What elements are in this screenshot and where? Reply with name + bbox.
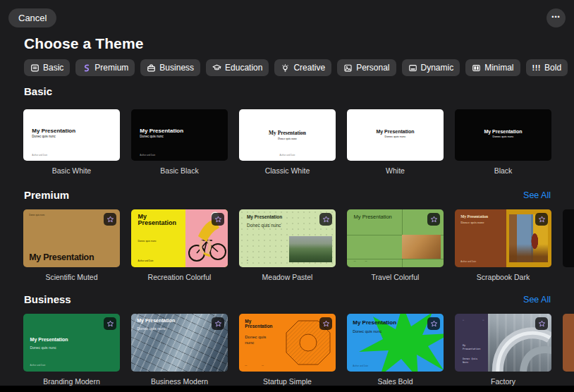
slide-byline: Author and Date [460,260,476,263]
theme-card-partial-business[interactable]: My Presentation Donec quis nunc [563,314,574,372]
slide-subtitle: Donec quis nunc [138,240,157,243]
slide-byline: Author and Date [353,365,368,367]
theme-card-basic-black[interactable]: My Presentation Donec quis nunc Author a… [131,109,228,161]
cancel-button[interactable]: Cancel [8,8,56,27]
theme-card-sales-bold[interactable]: My Presentation Donec quis nunc Author a… [347,314,444,372]
theme-card-travel-colorful[interactable]: My Presentation — — [347,209,444,267]
slide-footnote: — — [245,364,271,367]
slide-title: My Presentation [138,214,177,226]
slide-title: My Presentation [245,319,276,329]
slide-footnote: — — [463,319,492,321]
choose-theme-screen: Cancel ••• Choose a Theme Basic Premium … [0,0,574,392]
filter-chip-label: Premium [94,63,128,73]
theme-card-branding-modern[interactable]: My Presentation Donec quis nunc Author a… [23,314,120,372]
theme-filter-bar: Basic Premium Business Education Creativ… [24,59,568,76]
theme-card-scientific-muted[interactable]: Donec quis nunc My Presentation [23,209,120,267]
slide-subtitle: Donec quis nunc [137,326,166,331]
slide-subtitle: Donec quis nunc [247,223,281,228]
premium-badge [104,317,116,330]
slide-subtitle: Donec quis nunc [140,135,183,138]
filter-chip-personal[interactable]: Personal [337,59,396,76]
theme-name-label: White [347,166,444,175]
slide-byline: Author and Date [32,154,47,157]
briefcase-icon [147,63,156,73]
see-all-premium-link[interactable]: See All [523,190,551,200]
slide-title: My Presentation [239,130,336,136]
premium-badge [535,213,548,226]
theme-name-label: Sales Bold [347,377,444,386]
theme-card-classic-white[interactable]: My Presentation Donec quis nunc Author a… [239,109,336,161]
theme-card-black[interactable]: My Presentation Donec quis nunc [455,109,551,161]
premium-badge [319,317,332,330]
basic-theme-row: My Presentation Donec quis nunc Author a… [23,109,574,175]
filter-chip-label: Dynamic [421,63,454,73]
filter-chip-label: Personal [356,63,389,73]
slide-subtitle: Donec quis nunc [32,135,75,138]
slide-title: My Presentation [463,344,481,351]
slide-footer-icon [408,63,417,73]
premium-badge [535,317,548,330]
theme-card-recreation-colorful[interactable]: My Presentation Donec quis nunc Author a… [131,209,228,267]
slide-subtitle: Donec Quis Nunc [463,357,481,365]
desert-photo [402,235,441,259]
slide-subtitle: Donec quis nunc [245,335,276,345]
theme-card-scrapbook-dark[interactable]: My Presentation Donec quis nunc Author a… [455,209,551,267]
filter-chip-creative[interactable]: Creative [274,59,331,76]
document-icon [30,63,39,73]
filter-chip-label: Bold [544,63,561,73]
section-title-business: Business [24,293,71,305]
slide-title: My Presentation [247,214,282,219]
theme-name-label: Meadow Pastel [239,273,336,281]
triple-exclamation-icon: !!! [532,63,542,72]
premium-badge [104,213,116,226]
premium-theme-row: Donec quis nunc My Presentation Scientif… [23,209,574,281]
theme-name-label: Classic White [239,166,336,175]
theme-card-startup-simple[interactable]: My Presentation Donec quis nunc — — [239,314,336,372]
theme-card-white[interactable]: My Presentation Donec quis nunc [347,109,444,161]
meadow-photo [289,236,332,263]
theme-name-label: Factory [455,377,551,386]
slide-title: My Presentation [140,128,183,134]
theme-name-label: Business Modern [131,377,228,386]
slide-byline: Author and Date [140,154,155,157]
theme-card-factory[interactable]: — — My Presentation Donec Quis Nunc [455,314,551,372]
see-all-business-link[interactable]: See All [523,295,551,305]
slide-title: My Presentation [137,318,175,323]
filter-chip-bold[interactable]: !!! Bold [526,59,568,76]
theme-card-business-modern[interactable]: My Presentation Donec quis nunc [131,314,228,372]
filter-chip-label: Education [225,63,262,73]
slide-subtitle: Donec quis nunc [347,135,444,138]
photo-icon [343,63,353,73]
theme-name-label: Startup Simple [239,377,336,386]
slide-subtitle: Donec quis nunc [353,329,381,333]
theme-name-label: Basic White [23,166,120,175]
slide-title: My Presentation [30,337,68,342]
theme-name-label: Branding Modern [23,377,120,386]
slide-subtitle: Donec quis nunc [239,137,336,140]
theme-card-partial-premium[interactable]: My Presentation Donec quis nunc [563,209,574,267]
filter-chip-business[interactable]: Business [140,59,200,76]
page-title: Choose a Theme [24,35,143,52]
filter-chip-education[interactable]: Education [206,59,269,76]
theme-card-meadow-pastel[interactable]: My Presentation Donec quis nunc = [239,209,336,267]
filter-chip-minimal[interactable]: Minimal [465,59,520,76]
theme-name-label: Scrapbook Dark [455,273,551,281]
theme-card-basic-white[interactable]: My Presentation Donec quis nunc Author a… [23,109,120,161]
section-title-basic: Basic [24,85,52,97]
slide-title: My Presentation [32,128,75,134]
slide-byline: Author and Date [239,154,336,157]
business-theme-row: My Presentation Donec quis nunc Author a… [23,314,574,386]
theme-name-label: Basic Black [131,166,228,175]
graduation-cap-icon [212,63,221,73]
more-options-button[interactable]: ••• [546,8,566,27]
slide-byline: Author and Date [30,364,46,367]
filter-chip-basic[interactable]: Basic [24,59,70,76]
bottom-letterbox [0,386,574,392]
slide-subtitle: Donec quis nunc [460,221,484,224]
filter-chip-dynamic[interactable]: Dynamic [402,59,460,76]
filter-chip-premium[interactable]: Premium [75,59,135,76]
slide-title: My Presentation [460,214,488,219]
slide-subtitle: Donec quis nunc [30,345,56,350]
theme-name-label: Recreation Colorful [131,273,228,281]
slide-subtitle: Donec quis nunc [29,214,44,216]
